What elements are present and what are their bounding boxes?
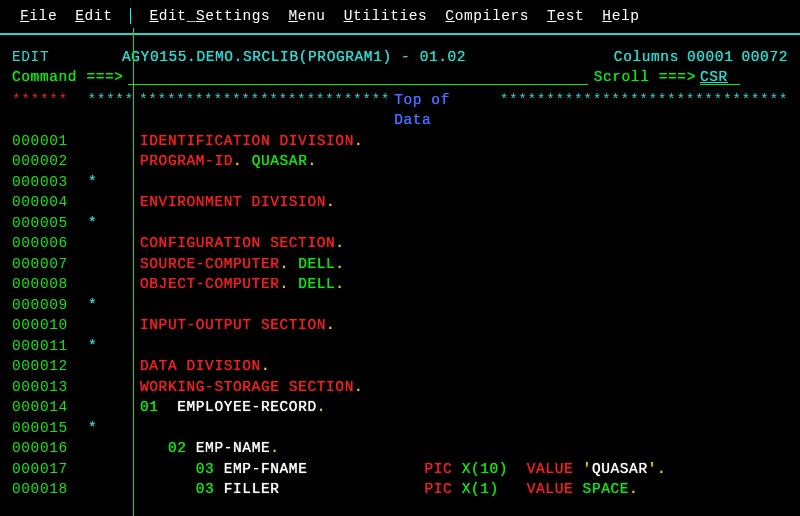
menu-edit[interactable]: Edit <box>75 6 112 27</box>
code-line[interactable]: 000016 02 EMP-NAME. <box>0 438 800 459</box>
tod-label: Top of Data <box>390 90 500 131</box>
code-text[interactable]: SOURCE-COMPUTER. DELL. <box>140 254 788 275</box>
status-row: EDIT AGY0155.DEMO.SRCLIB(PROGRAM1) - 01.… <box>0 47 800 68</box>
code-line[interactable]: 000005* <box>0 213 800 234</box>
columns-label: Columns <box>614 47 679 68</box>
code-text[interactable] <box>140 295 788 316</box>
line-number[interactable]: 000008 <box>12 274 88 295</box>
code-line[interactable]: 000004ENVIRONMENT DIVISION. <box>0 192 800 213</box>
line-number[interactable]: 000017 <box>12 459 88 480</box>
code-line[interactable]: 000008OBJECT-COMPUTER. DELL. <box>0 274 800 295</box>
tod-stars-mid-r: ******************************* <box>500 90 788 131</box>
dataset-name: AGY0155.DEMO.SRCLIB(PROGRAM1) - 01.02 <box>74 47 614 68</box>
code-line[interactable]: 000006CONFIGURATION SECTION. <box>0 233 800 254</box>
line-number[interactable]: 000016 <box>12 438 88 459</box>
code-line[interactable]: 000017 03 EMP-FNAMEPIC X(10) VALUE 'QUAS… <box>0 459 800 480</box>
comment-star: * <box>88 215 97 231</box>
code-text[interactable]: CONFIGURATION SECTION. <box>140 233 788 254</box>
code-line[interactable]: 000011* <box>0 336 800 357</box>
code-text[interactable] <box>140 213 788 234</box>
code-text[interactable]: ENVIRONMENT DIVISION. <box>140 192 788 213</box>
code-line[interactable]: 000012DATA DIVISION. <box>0 356 800 377</box>
col-to: 00072 <box>733 47 788 68</box>
col-from: 00001 <box>679 47 734 68</box>
command-row: Command ===> Scroll ===> CSR <box>0 67 800 88</box>
tod-stars-left: ****** <box>12 90 87 131</box>
code-text[interactable]: 02 EMP-NAME. <box>140 438 788 459</box>
line-number[interactable]: 000006 <box>12 233 88 254</box>
menu-utilities[interactable]: Utilities <box>344 6 428 27</box>
code-line[interactable]: 000002PROGRAM-ID. QUASAR. <box>0 151 800 172</box>
line-number[interactable]: 000010 <box>12 315 88 336</box>
command-label: Command ===> <box>12 67 124 88</box>
code-line[interactable]: 000010INPUT-OUTPUT SECTION. <box>0 315 800 336</box>
menu-test[interactable]: Test <box>547 6 584 27</box>
scroll-label: Scroll ===> <box>594 67 696 88</box>
code-text[interactable]: OBJECT-COMPUTER. DELL. <box>140 274 788 295</box>
comment-star: * <box>88 297 97 313</box>
menu-compilers[interactable]: Compilers <box>445 6 529 27</box>
line-number[interactable]: 000015 <box>12 418 88 439</box>
top-of-data-row: ****** ***** ***************************… <box>0 90 800 131</box>
code-text[interactable]: IDENTIFICATION DIVISION. <box>140 131 788 152</box>
line-number[interactable]: 000001 <box>12 131 88 152</box>
menu-bar: File Edit Edit_Settings Menu Utilities C… <box>0 0 800 29</box>
code-text[interactable] <box>140 336 788 357</box>
menu-edit-settings[interactable]: Edit_Settings <box>149 6 270 27</box>
line-number[interactable]: 000005 <box>12 213 88 234</box>
line-number[interactable]: 000014 <box>12 397 88 418</box>
code-line[interactable]: 000001IDENTIFICATION DIVISION. <box>0 131 800 152</box>
code-line[interactable]: 00001401 EMPLOYEE-RECORD. <box>0 397 800 418</box>
menu-file[interactable]: File <box>20 6 57 27</box>
code-text[interactable]: INPUT-OUTPUT SECTION. <box>140 315 788 336</box>
tod-stars-mid-l: *************************** <box>139 90 390 131</box>
code-line[interactable]: 000018 03 FILLERPIC X(1) VALUE SPACE. <box>0 479 800 500</box>
code-text[interactable]: PROGRAM-ID. QUASAR. <box>140 151 788 172</box>
line-number[interactable]: 000003 <box>12 172 88 193</box>
line-number[interactable]: 000012 <box>12 356 88 377</box>
code-text[interactable]: WORKING-STORAGE SECTION. <box>140 377 788 398</box>
code-text[interactable]: 01 EMPLOYEE-RECORD. <box>140 397 788 418</box>
scroll-input[interactable]: CSR <box>700 67 740 85</box>
code-line[interactable]: 000015* <box>0 418 800 439</box>
line-number[interactable]: 000002 <box>12 151 88 172</box>
command-input[interactable] <box>128 67 588 85</box>
comment-star: * <box>88 338 97 354</box>
editor-body[interactable]: ****** ***** ***************************… <box>0 90 800 500</box>
code-line[interactable]: 000009* <box>0 295 800 316</box>
code-text[interactable] <box>140 418 788 439</box>
menu-help[interactable]: Help <box>602 6 639 27</box>
menu-separator <box>130 8 131 24</box>
code-text[interactable] <box>140 172 788 193</box>
line-number[interactable]: 000007 <box>12 254 88 275</box>
code-text[interactable]: 03 FILLERPIC X(1) VALUE SPACE. <box>140 479 788 500</box>
code-line[interactable]: 000007SOURCE-COMPUTER. DELL. <box>0 254 800 275</box>
line-number[interactable]: 000018 <box>12 479 88 500</box>
code-line[interactable]: 000013WORKING-STORAGE SECTION. <box>0 377 800 398</box>
line-number[interactable]: 000011 <box>12 336 88 357</box>
line-number[interactable]: 000009 <box>12 295 88 316</box>
menu-menu[interactable]: Menu <box>288 6 325 27</box>
mode-label: EDIT <box>12 47 74 68</box>
code-line[interactable]: 000003* <box>0 172 800 193</box>
menu-underline <box>0 33 800 35</box>
comment-star: * <box>88 174 97 190</box>
line-number[interactable]: 000013 <box>12 377 88 398</box>
code-text[interactable]: 03 EMP-FNAMEPIC X(10) VALUE 'QUASAR'. <box>140 459 788 480</box>
code-text[interactable]: DATA DIVISION. <box>140 356 788 377</box>
comment-star: * <box>88 420 97 436</box>
line-number[interactable]: 000004 <box>12 192 88 213</box>
